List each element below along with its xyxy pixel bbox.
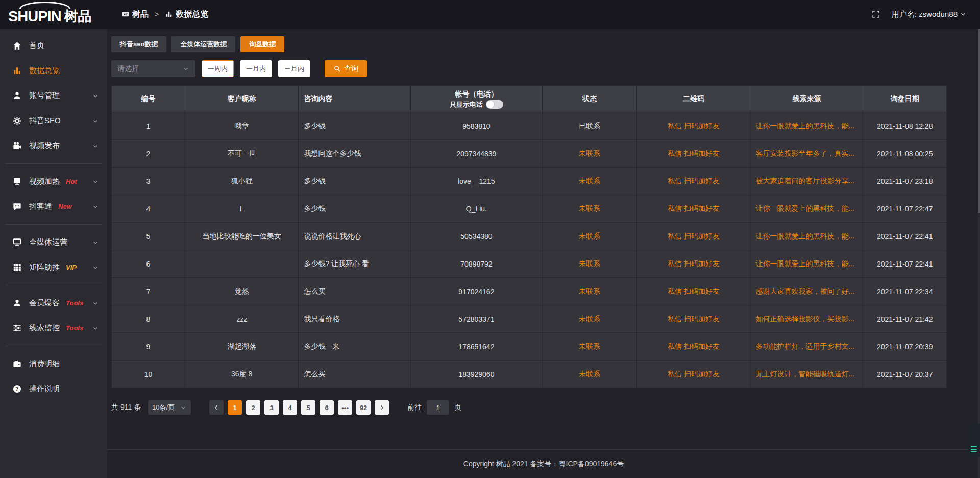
sidebar-item-operation-guide[interactable]: ?操作说明 (0, 376, 107, 401)
sidebar-item-badge: Tools (66, 299, 83, 307)
cell-qrcode[interactable]: 私信 扫码加好友 (637, 333, 750, 361)
cell-date: 2021-11-08 12:28 (863, 112, 947, 140)
filter-select[interactable]: 请选择 (111, 60, 195, 77)
cell-nickname: 觉然 (185, 278, 298, 305)
breadcrumb-root-label: 树品 (132, 9, 149, 20)
sidebar-item-data-overview[interactable]: 数据总览 (0, 58, 107, 83)
sidebar-item-matrix-boost[interactable]: 矩阵助推VIP (0, 255, 107, 280)
page-button-1[interactable]: 1 (228, 400, 242, 415)
page-button-4[interactable]: 4 (283, 400, 297, 415)
cell-status: 未联系 (543, 168, 637, 195)
cell-nickname: 当地比较能吃的一位美女 (185, 223, 298, 250)
user-menu[interactable]: 用户名: zswodun88 (892, 10, 967, 19)
cell-account: Q_Liu. (410, 195, 542, 223)
sidebar-item-account-management[interactable]: 账号管理 (0, 83, 107, 108)
cell-source[interactable]: 感谢大家喜欢我家，被问了好... (750, 278, 863, 305)
cell-status: 未联系 (543, 195, 637, 223)
cell-source[interactable]: 多功能护栏灯，适用于乡村文... (750, 333, 863, 361)
page-button-3[interactable]: 3 (264, 400, 279, 415)
page-ellipsis-button[interactable]: ••• (338, 400, 352, 415)
table-header-row: 编号客户昵称咨询内容帐号（电话）只显示电话状态二维码线索来源询盘日期 (112, 86, 947, 112)
page-button-2[interactable]: 2 (246, 400, 260, 415)
sidebar-item-label: 线索监控 (29, 323, 60, 333)
cell-qrcode[interactable]: 私信 扫码加好友 (637, 195, 750, 223)
goto-page-input[interactable]: 1 (427, 400, 449, 415)
cell-status: 未联系 (543, 333, 637, 361)
screen-icon (12, 177, 22, 186)
cell-source[interactable]: 让你一眼就爱上的黑科技，能... (750, 250, 863, 278)
inquiry-table: 编号客户昵称咨询内容帐号（电话）只显示电话状态二维码线索来源询盘日期 1哦章多少… (111, 85, 947, 388)
cell-qrcode[interactable]: 私信 扫码加好友 (637, 278, 750, 305)
sidebar-item-douyin-seo[interactable]: 抖音SEO (0, 108, 107, 133)
period-month-button[interactable]: 一月内 (240, 60, 272, 77)
sidebar: 首页数据总览账号管理抖音SEO视频发布视频加热Hot抖客通New全媒体运营矩阵助… (0, 29, 107, 478)
cell-qrcode[interactable]: 私信 扫码加好友 (637, 305, 750, 333)
prev-page-button[interactable] (209, 400, 224, 415)
page-size-select[interactable]: 10条/页 (148, 400, 191, 415)
next-page-button[interactable] (375, 400, 389, 415)
page-button-5[interactable]: 5 (301, 400, 315, 415)
sidebar-item-video-heat[interactable]: 视频加热Hot (0, 169, 107, 194)
sidebar-item-lead-monitor[interactable]: 线索监控Tools (0, 316, 107, 341)
cell-qrcode[interactable]: 私信 扫码加好友 (637, 361, 750, 388)
sliders-icon (12, 323, 22, 333)
tab-media-operation-data[interactable]: 全媒体运营数据 (172, 36, 235, 52)
cell-account: 917024162 (410, 278, 542, 305)
chevron-down-icon (92, 203, 99, 210)
search-button[interactable]: 查询 (325, 60, 367, 77)
search-button-label: 查询 (344, 64, 358, 74)
breadcrumb-root[interactable]: 树品 (121, 9, 149, 20)
cell-no: 9 (112, 333, 185, 361)
cell-qrcode[interactable]: 私信 扫码加好友 (637, 250, 750, 278)
cell-date: 2021-11-07 22:41 (863, 223, 947, 250)
cell-qrcode[interactable]: 私信 扫码加好友 (637, 223, 750, 250)
cell-source[interactable]: 让你一眼就爱上的黑科技，能... (750, 195, 863, 223)
fullscreen-icon[interactable] (871, 10, 880, 19)
scrollbar-thumb[interactable] (978, 29, 980, 213)
wallet-icon (12, 359, 22, 369)
chat-widget[interactable] (968, 424, 980, 457)
sidebar-item-home[interactable]: 首页 (0, 33, 107, 58)
tab-douyin-seo-data[interactable]: 抖音seo数据 (111, 36, 166, 52)
cell-source[interactable]: 客厅安装投影半年多了，真实... (750, 140, 863, 168)
cell-source[interactable]: 无主灯设计，智能磁吸轨道灯... (750, 361, 863, 388)
page-button-6[interactable]: 6 (320, 400, 334, 415)
table-row: 8zzz我只看价格572803371未联系私信 扫码加好友如何正确选择投影仪，买… (112, 305, 947, 333)
copyright-text: Copyright 树品 2021 备案号：粤ICP备09019646号 (463, 460, 624, 469)
chevron-down-icon (92, 92, 99, 100)
tab-inquiry-data[interactable]: 询盘数据 (240, 36, 284, 52)
cell-status: 未联系 (543, 250, 637, 278)
pagination: 共 911 条 10条/页 123456•••92 前往 1 页 (111, 400, 947, 415)
help-icon: ? (12, 384, 22, 394)
cell-source[interactable]: 如何正确选择投影仪，买投影... (750, 305, 863, 333)
cell-no: 10 (112, 361, 185, 388)
sidebar-item-all-media-operation[interactable]: 全媒体运营 (0, 230, 107, 255)
cell-content: 怎么买 (299, 361, 410, 388)
sidebar-item-label: 矩阵助推 (29, 262, 60, 272)
period-quarter-button[interactable]: 三月内 (278, 60, 310, 77)
cell-nickname: zzz (185, 305, 298, 333)
cell-source[interactable]: 被大家追着问的客厅投影分享... (750, 168, 863, 195)
sidebar-item-douketong[interactable]: 抖客通New (0, 194, 107, 219)
period-buttons: 一周内一月内三月内 (195, 60, 310, 77)
chevron-down-icon (92, 300, 99, 307)
cell-content: 说说价格让我死心 (299, 223, 410, 250)
sidebar-item-member-baoke[interactable]: 会员爆客Tools (0, 291, 107, 316)
cell-qrcode[interactable]: 私信 扫码加好友 (637, 168, 750, 195)
sidebar-item-consumption-detail[interactable]: 消费明细 (0, 351, 107, 376)
cell-date: 2021-11-07 22:34 (863, 278, 947, 305)
phone-only-toggle[interactable] (486, 100, 503, 109)
cell-qrcode[interactable]: 私信 扫码加好友 (637, 140, 750, 168)
period-week-button[interactable]: 一周内 (202, 60, 234, 77)
cell-source[interactable]: 让你一眼就爱上的黑科技，能... (750, 223, 863, 250)
filter-select-value: 请选择 (117, 64, 139, 74)
sidebar-item-badge: Tools (66, 324, 83, 332)
cell-nickname (185, 250, 298, 278)
page-buttons: 123456•••92 (224, 400, 371, 415)
cell-source[interactable]: 让你一眼就爱上的黑科技，能... (750, 112, 863, 140)
topbar-right: 用户名: zswodun88 (871, 10, 980, 19)
toggle-knob (486, 101, 494, 108)
cell-qrcode[interactable]: 私信 扫码加好友 (637, 112, 750, 140)
page-button-92[interactable]: 92 (356, 400, 371, 415)
sidebar-item-video-publish[interactable]: 视频发布 (0, 133, 107, 158)
